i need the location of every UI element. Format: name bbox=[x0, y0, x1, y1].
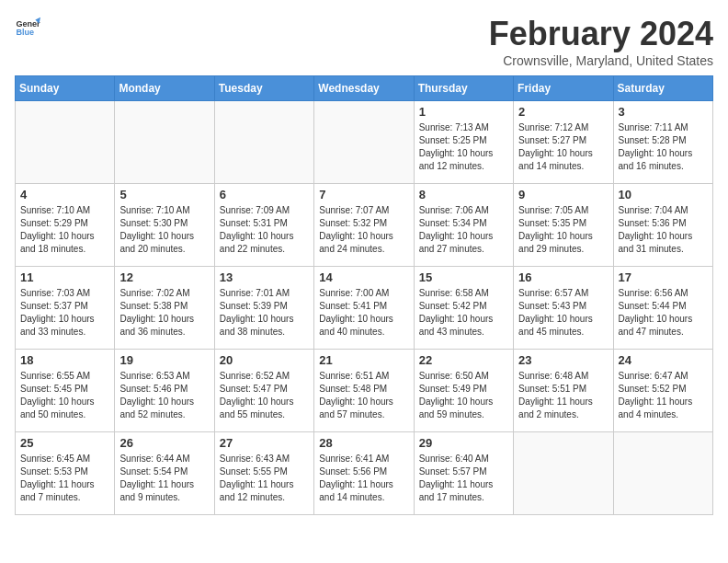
calendar-table: SundayMondayTuesdayWednesdayThursdayFrid… bbox=[15, 75, 713, 515]
header: General Blue February 2024 Crownsville, … bbox=[15, 15, 713, 68]
calendar-cell: 19Sunrise: 6:53 AM Sunset: 5:46 PM Dayli… bbox=[115, 350, 214, 432]
day-number: 28 bbox=[319, 436, 408, 450]
calendar-cell: 14Sunrise: 7:00 AM Sunset: 5:41 PM Dayli… bbox=[314, 267, 414, 350]
day-number: 16 bbox=[518, 270, 608, 284]
day-info: Sunrise: 6:53 AM Sunset: 5:46 PM Dayligh… bbox=[119, 370, 209, 421]
weekday-header-monday: Monday bbox=[115, 76, 214, 101]
day-number: 18 bbox=[20, 353, 109, 367]
day-number: 8 bbox=[419, 188, 508, 201]
day-info: Sunrise: 7:11 AM Sunset: 5:28 PM Dayligh… bbox=[619, 121, 708, 173]
day-number: 14 bbox=[319, 270, 408, 284]
day-info: Sunrise: 6:51 AM Sunset: 5:48 PM Dayligh… bbox=[319, 370, 408, 421]
calendar-cell: 17Sunrise: 6:56 AM Sunset: 5:44 PM Dayli… bbox=[613, 267, 712, 350]
calendar-cell: 26Sunrise: 6:44 AM Sunset: 5:54 PM Dayli… bbox=[115, 432, 214, 515]
day-info: Sunrise: 7:02 AM Sunset: 5:38 PM Dayligh… bbox=[119, 287, 209, 339]
calendar-cell: 3Sunrise: 7:11 AM Sunset: 5:28 PM Daylig… bbox=[613, 101, 712, 184]
month-title: February 2024 bbox=[489, 15, 713, 53]
day-info: Sunrise: 6:52 AM Sunset: 5:47 PM Dayligh… bbox=[220, 370, 309, 421]
calendar-cell: 27Sunrise: 6:43 AM Sunset: 5:55 PM Dayli… bbox=[214, 432, 313, 515]
day-number: 10 bbox=[619, 188, 708, 201]
weekday-header-saturday: Saturday bbox=[613, 76, 712, 101]
day-number: 6 bbox=[220, 188, 309, 201]
weekday-header-wednesday: Wednesday bbox=[314, 76, 414, 101]
day-info: Sunrise: 7:01 AM Sunset: 5:39 PM Dayligh… bbox=[220, 287, 309, 339]
day-number: 7 bbox=[319, 188, 408, 201]
weekday-header-row: SundayMondayTuesdayWednesdayThursdayFrid… bbox=[16, 76, 713, 101]
day-info: Sunrise: 6:58 AM Sunset: 5:42 PM Dayligh… bbox=[419, 287, 508, 339]
day-number: 15 bbox=[419, 270, 508, 284]
calendar-cell bbox=[214, 101, 313, 184]
day-number: 20 bbox=[220, 353, 309, 367]
day-info: Sunrise: 6:44 AM Sunset: 5:54 PM Dayligh… bbox=[119, 453, 209, 504]
day-info: Sunrise: 6:48 AM Sunset: 5:51 PM Dayligh… bbox=[518, 370, 608, 421]
calendar-cell: 8Sunrise: 7:06 AM Sunset: 5:34 PM Daylig… bbox=[414, 184, 513, 267]
day-number: 29 bbox=[419, 436, 508, 450]
calendar-cell: 22Sunrise: 6:50 AM Sunset: 5:49 PM Dayli… bbox=[414, 350, 513, 432]
title-area: February 2024 Crownsville, Maryland, Uni… bbox=[489, 15, 713, 68]
day-info: Sunrise: 6:57 AM Sunset: 5:43 PM Dayligh… bbox=[518, 287, 608, 339]
day-number: 1 bbox=[419, 105, 508, 119]
day-number: 3 bbox=[619, 105, 708, 119]
day-number: 21 bbox=[319, 353, 408, 367]
day-number: 24 bbox=[619, 353, 708, 367]
day-info: Sunrise: 6:47 AM Sunset: 5:52 PM Dayligh… bbox=[619, 370, 708, 421]
calendar-cell: 6Sunrise: 7:09 AM Sunset: 5:31 PM Daylig… bbox=[214, 184, 313, 267]
day-number: 19 bbox=[119, 353, 209, 367]
calendar-cell: 20Sunrise: 6:52 AM Sunset: 5:47 PM Dayli… bbox=[214, 350, 313, 432]
location: Crownsville, Maryland, United States bbox=[489, 53, 713, 68]
day-info: Sunrise: 7:04 AM Sunset: 5:36 PM Dayligh… bbox=[619, 204, 708, 256]
day-number: 27 bbox=[220, 436, 309, 450]
calendar-cell: 2Sunrise: 7:12 AM Sunset: 5:27 PM Daylig… bbox=[514, 101, 613, 184]
week-row-2: 11Sunrise: 7:03 AM Sunset: 5:37 PM Dayli… bbox=[16, 267, 713, 350]
day-info: Sunrise: 6:43 AM Sunset: 5:55 PM Dayligh… bbox=[220, 453, 309, 504]
day-number: 26 bbox=[119, 436, 209, 450]
calendar-cell: 5Sunrise: 7:10 AM Sunset: 5:30 PM Daylig… bbox=[115, 184, 214, 267]
calendar-cell bbox=[514, 432, 613, 515]
day-info: Sunrise: 6:55 AM Sunset: 5:45 PM Dayligh… bbox=[20, 370, 109, 421]
day-info: Sunrise: 7:03 AM Sunset: 5:37 PM Dayligh… bbox=[20, 287, 109, 339]
week-row-3: 18Sunrise: 6:55 AM Sunset: 5:45 PM Dayli… bbox=[16, 350, 713, 432]
day-info: Sunrise: 6:50 AM Sunset: 5:49 PM Dayligh… bbox=[419, 370, 508, 421]
calendar-cell: 23Sunrise: 6:48 AM Sunset: 5:51 PM Dayli… bbox=[514, 350, 613, 432]
weekday-header-sunday: Sunday bbox=[16, 76, 115, 101]
logo-icon: General Blue bbox=[15, 15, 40, 40]
calendar-cell: 15Sunrise: 6:58 AM Sunset: 5:42 PM Dayli… bbox=[414, 267, 513, 350]
day-info: Sunrise: 7:12 AM Sunset: 5:27 PM Dayligh… bbox=[518, 121, 608, 173]
day-info: Sunrise: 7:09 AM Sunset: 5:31 PM Dayligh… bbox=[220, 204, 309, 256]
calendar-cell: 16Sunrise: 6:57 AM Sunset: 5:43 PM Dayli… bbox=[514, 267, 613, 350]
day-info: Sunrise: 6:56 AM Sunset: 5:44 PM Dayligh… bbox=[619, 287, 708, 339]
svg-text:Blue: Blue bbox=[16, 28, 34, 37]
calendar-cell: 28Sunrise: 6:41 AM Sunset: 5:56 PM Dayli… bbox=[314, 432, 414, 515]
day-info: Sunrise: 7:00 AM Sunset: 5:41 PM Dayligh… bbox=[319, 287, 408, 339]
weekday-header-tuesday: Tuesday bbox=[214, 76, 313, 101]
day-info: Sunrise: 7:07 AM Sunset: 5:32 PM Dayligh… bbox=[319, 204, 408, 256]
calendar-cell: 24Sunrise: 6:47 AM Sunset: 5:52 PM Dayli… bbox=[613, 350, 712, 432]
calendar-cell: 4Sunrise: 7:10 AM Sunset: 5:29 PM Daylig… bbox=[16, 184, 115, 267]
day-info: Sunrise: 6:41 AM Sunset: 5:56 PM Dayligh… bbox=[319, 453, 408, 504]
calendar-cell: 9Sunrise: 7:05 AM Sunset: 5:35 PM Daylig… bbox=[514, 184, 613, 267]
calendar-cell: 18Sunrise: 6:55 AM Sunset: 5:45 PM Dayli… bbox=[16, 350, 115, 432]
day-info: Sunrise: 6:40 AM Sunset: 5:57 PM Dayligh… bbox=[419, 453, 508, 504]
calendar-cell: 7Sunrise: 7:07 AM Sunset: 5:32 PM Daylig… bbox=[314, 184, 414, 267]
week-row-4: 25Sunrise: 6:45 AM Sunset: 5:53 PM Dayli… bbox=[16, 432, 713, 515]
day-number: 22 bbox=[419, 353, 508, 367]
day-info: Sunrise: 7:13 AM Sunset: 5:25 PM Dayligh… bbox=[419, 121, 508, 173]
week-row-1: 4Sunrise: 7:10 AM Sunset: 5:29 PM Daylig… bbox=[16, 184, 713, 267]
day-number: 4 bbox=[20, 188, 109, 201]
day-info: Sunrise: 7:06 AM Sunset: 5:34 PM Dayligh… bbox=[419, 204, 508, 256]
logo: General Blue bbox=[15, 15, 40, 40]
calendar-cell bbox=[115, 101, 214, 184]
day-info: Sunrise: 7:05 AM Sunset: 5:35 PM Dayligh… bbox=[518, 204, 608, 256]
calendar-cell bbox=[16, 101, 115, 184]
calendar-cell: 21Sunrise: 6:51 AM Sunset: 5:48 PM Dayli… bbox=[314, 350, 414, 432]
day-number: 5 bbox=[119, 188, 209, 201]
day-info: Sunrise: 7:10 AM Sunset: 5:30 PM Dayligh… bbox=[119, 204, 209, 256]
day-number: 17 bbox=[619, 270, 708, 284]
calendar-cell: 10Sunrise: 7:04 AM Sunset: 5:36 PM Dayli… bbox=[613, 184, 712, 267]
calendar-cell bbox=[314, 101, 414, 184]
day-number: 23 bbox=[518, 353, 608, 367]
calendar-cell: 29Sunrise: 6:40 AM Sunset: 5:57 PM Dayli… bbox=[414, 432, 513, 515]
calendar-cell: 1Sunrise: 7:13 AM Sunset: 5:25 PM Daylig… bbox=[414, 101, 513, 184]
calendar-cell: 13Sunrise: 7:01 AM Sunset: 5:39 PM Dayli… bbox=[214, 267, 313, 350]
day-info: Sunrise: 7:10 AM Sunset: 5:29 PM Dayligh… bbox=[20, 204, 109, 256]
